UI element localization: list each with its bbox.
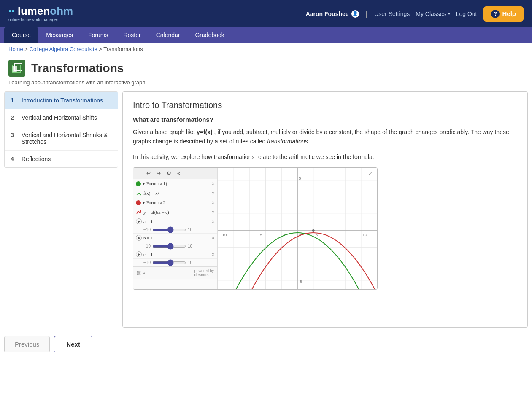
sidebar-item-label-1: Introduction to Transformations — [22, 97, 103, 104]
sidebar-item-2[interactable]: 2 Vertical and Horizontal Shifts — [5, 109, 118, 126]
content-title: Intro to Transformations — [133, 100, 517, 110]
slider-a-play-icon[interactable]: ▶ — [136, 218, 142, 224]
svg-text:+: + — [371, 179, 375, 186]
slider-a-max: 10 — [188, 227, 192, 232]
formula2-icon — [136, 209, 142, 215]
svg-text:−: − — [371, 188, 375, 194]
formula1-header-row: ▾ Formula 1{ ✕ — [133, 179, 217, 188]
graph-toolbar: + ↩ ↪ ⚙ « — [133, 168, 217, 179]
content-paragraph1: Given a base graph like y=f(x) , if you … — [133, 127, 517, 146]
content-section-heading: What are transformations? — [133, 116, 517, 123]
slider-a-label: a = 1 — [143, 219, 156, 224]
transformations-italic: transformations — [267, 138, 308, 145]
slider-b-min: −10 — [143, 244, 151, 248]
formula1-icon — [136, 190, 142, 196]
slider-a-min: −10 — [143, 227, 151, 232]
transformations-icon — [11, 62, 23, 74]
graph-container: + ↩ ↪ ⚙ « ▾ Formula 1{ ✕ f(x) — [133, 167, 378, 290]
slider-c-control-row: −10 10 — [133, 259, 217, 266]
graph-redo-btn[interactable]: ↪ — [155, 169, 162, 177]
sidebar-item-label-3: Vertical and Horizontal Shrinks & Stretc… — [22, 132, 112, 145]
help-icon: ? — [491, 10, 500, 18]
page-icon — [8, 60, 25, 77]
nav-gradebook[interactable]: Gradebook — [187, 27, 232, 43]
user-name: Aaron Foushee — [306, 11, 349, 17]
graph-img-btn[interactable]: 🖼 ▲ — [137, 271, 146, 275]
content-panel: Intro to Transformations What are transf… — [122, 91, 528, 328]
sidebar-item-label-4: Reflections — [22, 156, 51, 162]
svg-text:⤢: ⤢ — [368, 170, 373, 177]
chevron-down-icon: ▾ — [448, 11, 450, 16]
formula-bold: y=f(x) — [197, 129, 213, 135]
page-title: Transformations — [31, 62, 124, 75]
breadcrumb-home[interactable]: Home — [8, 46, 23, 52]
user-icon: 👤 — [351, 10, 359, 18]
graph-svg: 5 -5 5 10 -10 -5 0 -5 ⤢ — [218, 168, 377, 289]
slider-c-input[interactable] — [152, 261, 186, 264]
sidebar-item-3[interactable]: 3 Vertical and Horizontal Shrinks & Stre… — [5, 126, 118, 151]
breadcrumb: Home > College Algebra Corequisite > Tra… — [0, 43, 532, 56]
slider-b-play-icon[interactable]: ▶ — [136, 235, 142, 241]
graph-undo-btn[interactable]: ↩ — [145, 169, 152, 177]
svg-text:-10: -10 — [221, 232, 227, 237]
slider-c-play-icon[interactable]: ▶ — [136, 251, 142, 257]
slider-c-close[interactable]: ✕ — [211, 252, 215, 257]
formula1-dot — [136, 181, 141, 186]
graph-footer: 🖼 ▲ powered bydesmos — [133, 266, 217, 279]
svg-text:10: 10 — [362, 232, 367, 237]
formula2-eq-close[interactable]: ✕ — [211, 210, 215, 215]
formula1-eq-close[interactable]: ✕ — [211, 191, 215, 196]
graph-add-btn[interactable]: + — [136, 169, 142, 177]
slider-a-input[interactable] — [152, 229, 186, 231]
logo-lumen: lumen — [18, 5, 50, 17]
logout-link[interactable]: Log Out — [456, 11, 477, 17]
slider-b-input[interactable] — [152, 245, 186, 248]
nav-bar: Course Messages Forums Roster Calendar G… — [0, 27, 532, 43]
graph-collapse-btn[interactable]: « — [176, 169, 182, 177]
main-layout: 1 Introduction to Transformations 2 Vert… — [0, 91, 532, 328]
header-user: Aaron Foushee 👤 — [306, 10, 359, 18]
nav-forums[interactable]: Forums — [81, 27, 116, 43]
header-right: Aaron Foushee 👤 | User Settings My Class… — [306, 6, 524, 22]
graph-right-panel: 5 -5 5 10 -10 -5 0 -5 ⤢ — [218, 168, 377, 289]
svg-text:-5: -5 — [299, 279, 302, 284]
my-classes-link[interactable]: My Classes ▾ — [416, 11, 450, 17]
sidebar-item-4[interactable]: 4 Reflections — [5, 151, 118, 167]
formula1-close[interactable]: ✕ — [211, 181, 215, 186]
breadcrumb-current: Transformations — [103, 46, 143, 52]
graph-left-panel: + ↩ ↪ ⚙ « ▾ Formula 1{ ✕ f(x) — [133, 168, 218, 289]
graph-settings-btn[interactable]: ⚙ — [165, 169, 173, 177]
nav-messages[interactable]: Messages — [38, 27, 81, 43]
breadcrumb-course[interactable]: College Algebra Corequisite — [30, 46, 97, 52]
user-settings-link[interactable]: User Settings — [374, 11, 410, 17]
svg-text:5: 5 — [299, 176, 301, 180]
sidebar-item-label-2: Vertical and Horizontal Shifts — [22, 114, 97, 121]
slider-a-row: ▶ a = 1 ✕ — [133, 217, 217, 226]
powered-by: powered bydesmos — [194, 269, 214, 277]
slider-c-label: c = 1 — [143, 252, 156, 257]
sidebar-item-num-2: 2 — [11, 114, 18, 121]
nav-course[interactable]: Course — [4, 27, 38, 43]
formula2-eq-row: y = af(bx − c) ✕ — [133, 207, 217, 217]
formula2-dot — [136, 200, 141, 205]
logo-text: ·· lumenohm — [8, 5, 73, 16]
help-button[interactable]: ? Help — [483, 6, 524, 22]
nav-buttons: Previous Next — [0, 328, 532, 361]
slider-b-close[interactable]: ✕ — [211, 236, 215, 240]
page-header: Transformations — [0, 56, 532, 79]
slider-b-control-row: −10 10 — [133, 242, 217, 250]
svg-text:-5: -5 — [259, 232, 262, 237]
logo-area: ·· lumenohm online homework manager — [8, 5, 73, 22]
nav-roster[interactable]: Roster — [116, 27, 148, 43]
sidebar: 1 Introduction to Transformations 2 Vert… — [4, 91, 118, 168]
slider-a-close[interactable]: ✕ — [211, 219, 215, 224]
sidebar-item-1[interactable]: 1 Introduction to Transformations — [5, 92, 118, 109]
nav-calendar[interactable]: Calendar — [149, 27, 188, 43]
formula2-close[interactable]: ✕ — [211, 200, 215, 205]
next-button[interactable]: Next — [54, 336, 92, 352]
slider-c-max: 10 — [188, 260, 192, 265]
previous-button[interactable]: Previous — [4, 336, 50, 352]
formula2-header-row: ▾ Formula 2 ✕ — [133, 198, 217, 207]
logo-ohm: ohm — [50, 5, 73, 17]
formula1-label: ▾ Formula 1{ — [143, 181, 168, 186]
